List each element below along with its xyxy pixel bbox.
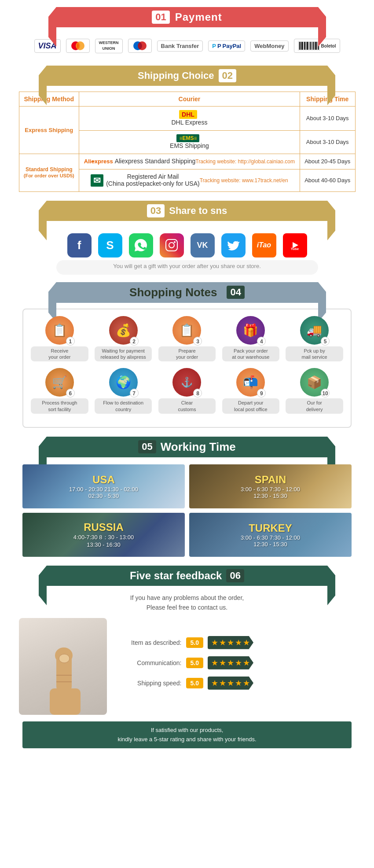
russia-time-2: 13:30 - 16:30 bbox=[87, 541, 121, 548]
rating-label-2: Communication: bbox=[120, 659, 182, 666]
dhl-name: DHL Express bbox=[84, 119, 295, 126]
step-8-icon: ⚓ 8 bbox=[172, 368, 201, 397]
step-3-icon: 📋 3 bbox=[172, 316, 201, 345]
bank-transfer-logo: Bank Transfer bbox=[157, 40, 203, 51]
spain-card: SPAIN 3:00 - 6:30 7:30 - 12:00 12:30 - 1… bbox=[189, 464, 352, 508]
step-5-icon: 🚚 5 bbox=[300, 316, 329, 345]
section-02-num: 02 bbox=[219, 69, 236, 82]
express-shipping-cell: Express Shipping bbox=[19, 106, 79, 154]
section-04-num: 04 bbox=[227, 286, 244, 299]
skype-icon[interactable]: S bbox=[98, 233, 122, 257]
step-9-label: Depart yourlocal post office bbox=[222, 398, 279, 414]
star-1-2: ★ bbox=[219, 638, 226, 647]
thumb-image bbox=[19, 618, 107, 715]
feedback-subtext: If you have any problems about the order… bbox=[0, 593, 374, 613]
step-2-label: Waiting for paymentreleased by alixpress bbox=[95, 346, 152, 362]
step-4-num: 4 bbox=[257, 337, 266, 346]
rating-stars-3: ★ ★ ★ ★ ★ bbox=[208, 677, 253, 690]
star-1-4: ★ bbox=[235, 638, 242, 647]
section-03-num: 03 bbox=[147, 204, 165, 217]
step-9-icon: 📬 9 bbox=[236, 368, 265, 397]
section-05-num: 05 bbox=[138, 440, 156, 453]
ali-name: Aliexpress Standard Shipping bbox=[115, 158, 196, 165]
star-3-3: ★ bbox=[227, 678, 234, 688]
step-3-label: Prepareyour order bbox=[158, 346, 216, 362]
feedback-subtext-2: Please feel free to contact us. bbox=[147, 604, 227, 611]
dhl-time: About 3-10 Days bbox=[300, 106, 355, 130]
payment-title: Payment bbox=[175, 11, 222, 23]
star-2-2: ★ bbox=[219, 658, 226, 668]
whatsapp-icon[interactable] bbox=[129, 233, 153, 257]
twitter-icon[interactable] bbox=[221, 233, 246, 257]
shopping-notes-header: Shopping Notes 04 bbox=[56, 282, 318, 303]
step-4: 🎁 4 Pack your orderat our warehouse bbox=[222, 316, 279, 362]
star-3-4: ★ bbox=[235, 678, 242, 688]
step-7: 🌍 7 Flow to destinationcountry bbox=[95, 368, 152, 414]
feedback-title: Five star feedback bbox=[130, 570, 222, 582]
thumbs-up-svg bbox=[23, 627, 103, 715]
instagram-icon[interactable] bbox=[160, 233, 184, 257]
visa-logo: VISA bbox=[34, 39, 61, 53]
shipping-table: Shipping Method Courier Shipping Time Ex… bbox=[19, 92, 356, 192]
table-row: Express Shipping DHL DHL Express About 3… bbox=[19, 106, 355, 130]
sns-icons-row: f S VK iTao Tube bbox=[0, 228, 374, 260]
svg-point-23 bbox=[174, 241, 176, 243]
dhl-logo: DHL bbox=[179, 110, 197, 119]
shipping-header: Shipping Choice 02 bbox=[47, 66, 327, 86]
steps-row-2: 🛒 6 Process throughsort facility 🌍 7 Flo… bbox=[28, 368, 346, 414]
paypal-logo: PP PayPal bbox=[208, 40, 245, 51]
spain-time-2: 12:30 - 15:30 bbox=[253, 493, 287, 499]
ems-logo: ≡EMS≡ bbox=[176, 134, 199, 142]
step-1: 📋 1 Receiveyour order bbox=[31, 316, 88, 362]
step-8-label: Clearcustoms bbox=[158, 398, 216, 414]
section-06-num: 06 bbox=[226, 569, 244, 582]
star-3-5: ★ bbox=[243, 678, 250, 688]
step-7-label: Flow to destinationcountry bbox=[95, 398, 152, 414]
step-2-icon: 💰 2 bbox=[109, 316, 138, 345]
thumb-area bbox=[19, 618, 116, 715]
step-5-label: Pck up bymail service bbox=[286, 346, 343, 362]
step-1-icon: 📋 1 bbox=[45, 316, 74, 345]
ali-tracking: Tracking website: http://global.cainiao.… bbox=[195, 158, 295, 165]
step-10-label: Our fordelivery bbox=[286, 398, 343, 414]
step-5: 🚚 5 Pck up bymail service bbox=[286, 316, 343, 362]
svg-point-32 bbox=[59, 654, 70, 663]
mastercard-logo bbox=[66, 39, 90, 53]
shipping-title: Shipping Choice bbox=[138, 70, 214, 81]
airmail-name: Registered Air Mail(China post/epacket-o… bbox=[106, 173, 199, 187]
star-1-1: ★ bbox=[211, 638, 218, 647]
star-2-3: ★ bbox=[227, 658, 234, 668]
feedback-content: Item as described: 5.0 ★ ★ ★ ★ ★ Communi… bbox=[19, 618, 356, 715]
feedback-bottom-2: kindly leave a 5-star rating and share w… bbox=[117, 736, 256, 743]
turkey-time-2: 12:30 - 15:30 bbox=[253, 541, 287, 548]
step-10-icon: 📦 10 bbox=[300, 368, 329, 397]
step-2: 💰 2 Waiting for paymentreleased by alixp… bbox=[95, 316, 152, 362]
vk-icon[interactable]: VK bbox=[191, 233, 215, 257]
feedback-header: Five star feedback 06 bbox=[47, 566, 327, 586]
itao-icon[interactable]: iTao bbox=[252, 233, 276, 257]
aliexpress-logo: Aliexpress bbox=[84, 158, 113, 165]
facebook-icon[interactable]: f bbox=[67, 233, 92, 257]
shopping-notes-box: 📋 1 Receiveyour order 💰 2 Waiting for pa… bbox=[22, 309, 352, 428]
spain-time-1: 3:00 - 6:30 7:30 - 12:00 bbox=[241, 486, 300, 493]
star-1-5: ★ bbox=[243, 638, 250, 647]
step-1-label: Receiveyour order bbox=[31, 346, 88, 362]
working-time-title: Working Time bbox=[161, 440, 236, 454]
youtube-icon[interactable]: Tube bbox=[283, 233, 307, 257]
svg-point-3 bbox=[138, 41, 147, 50]
star-2-1: ★ bbox=[211, 658, 218, 668]
working-time-grid: USA 17:00 - 20:30 21:30 - 02:00 02:30 - … bbox=[22, 464, 352, 557]
rating-row-2: Communication: 5.0 ★ ★ ★ ★ ★ bbox=[120, 656, 356, 669]
star-2-4: ★ bbox=[235, 658, 242, 668]
ems-courier-cell: ≡EMS≡ EMS Shipping bbox=[79, 130, 300, 154]
rating-score-2: 5.0 bbox=[186, 658, 203, 668]
turkey-card: TURKEY 3:00 - 6:30 7:30 - 12:00 12:30 - … bbox=[189, 513, 352, 557]
section-01-num: 01 bbox=[152, 11, 169, 24]
airmail-tracking: Tracking website: www.17track.net/en bbox=[200, 177, 288, 184]
ems-name: EMS Shipping bbox=[84, 142, 295, 149]
svg-rect-21 bbox=[166, 239, 177, 251]
turkey-time-1: 3:00 - 6:30 7:30 - 12:00 bbox=[241, 534, 300, 541]
rating-stars-2: ★ ★ ★ ★ ★ bbox=[208, 656, 253, 669]
step-3: 📋 3 Prepareyour order bbox=[158, 316, 216, 362]
turkey-name: TURKEY bbox=[249, 522, 292, 534]
